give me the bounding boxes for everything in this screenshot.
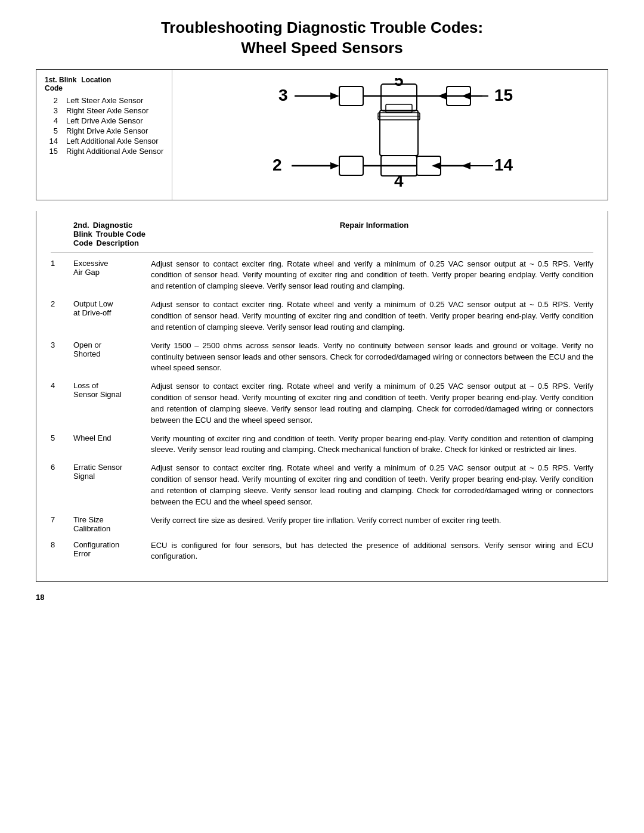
blink-code-table: 1st. Blink Code Location 2 Left Steer Ax… xyxy=(36,70,172,200)
diag-row-3: 3 Open or Shorted Verify 1500 – 2500 ohm… xyxy=(51,340,593,374)
header-divider xyxy=(51,252,593,253)
top-section: 1st. Blink Code Location 2 Left Steer Ax… xyxy=(36,69,608,200)
blink-row-4: 5 Right Drive Axle Sensor xyxy=(45,126,163,135)
blink-header-code: 1st. Blink Code xyxy=(45,76,76,92)
diag-num-header xyxy=(51,221,73,247)
svg-marker-30 xyxy=(462,162,470,169)
blink-row-3: 4 Left Drive Axle Sensor xyxy=(45,116,163,125)
diag-row-6: 6 Erratic Sensor Signal Adjust sensor to… xyxy=(51,463,593,507)
blink-header-location: Location xyxy=(81,76,111,92)
blink-row-2: 3 Right Steer Axle Sensor xyxy=(45,106,163,115)
page-number: 18 xyxy=(36,593,608,602)
diag-row-7: 7 Tire Size Calibration Verify correct t… xyxy=(51,515,593,533)
blink-table-header: 1st. Blink Code Location xyxy=(45,76,163,92)
svg-rect-20 xyxy=(339,156,363,175)
svg-text:15: 15 xyxy=(494,86,513,104)
blink-row-1: 2 Left Steer Axle Sensor xyxy=(45,96,163,105)
svg-rect-3 xyxy=(339,86,363,106)
svg-text:5: 5 xyxy=(394,78,404,89)
blink-row-5: 14 Left Additional Axle Sensor xyxy=(45,137,163,145)
page-title: Troubleshooting Diagnostic Trouble Codes… xyxy=(36,18,608,58)
svg-text:14: 14 xyxy=(494,156,513,174)
svg-marker-26 xyxy=(432,162,441,169)
bottom-section: 2nd. Diagnostic Blink Trouble Code Code … xyxy=(36,211,608,583)
svg-rect-32 xyxy=(380,110,418,156)
svg-text:2: 2 xyxy=(273,156,282,174)
diag-row-5: 5 Wheel End Verify mounting of exciter r… xyxy=(51,433,593,456)
svg-marker-2 xyxy=(330,92,339,100)
diag-code-header: 2nd. Diagnostic Blink Trouble Code Code … xyxy=(73,221,155,247)
svg-marker-14 xyxy=(462,92,470,100)
diag-row-1: 1 Excessive Air Gap Adjust sensor to con… xyxy=(51,259,593,293)
repair-info-header: Repair Information xyxy=(155,221,593,247)
diag-row-8: 8 Configuration Error ECU is configured … xyxy=(51,540,593,563)
axle-diagram-svg: 3 5 15 xyxy=(262,78,518,191)
diag-row-4: 4 Loss of Sensor Signal Adjust sensor to… xyxy=(51,381,593,426)
axle-diagram: 3 5 15 xyxy=(172,70,608,200)
svg-marker-9 xyxy=(438,92,447,100)
svg-text:3: 3 xyxy=(278,86,288,104)
svg-text:4: 4 xyxy=(394,172,404,190)
diag-row-2: 2 Output Low at Drive-off Adjust sensor … xyxy=(51,299,593,333)
blink-row-6: 15 Right Additional Axle Sensor xyxy=(45,147,163,156)
svg-marker-19 xyxy=(330,162,339,169)
